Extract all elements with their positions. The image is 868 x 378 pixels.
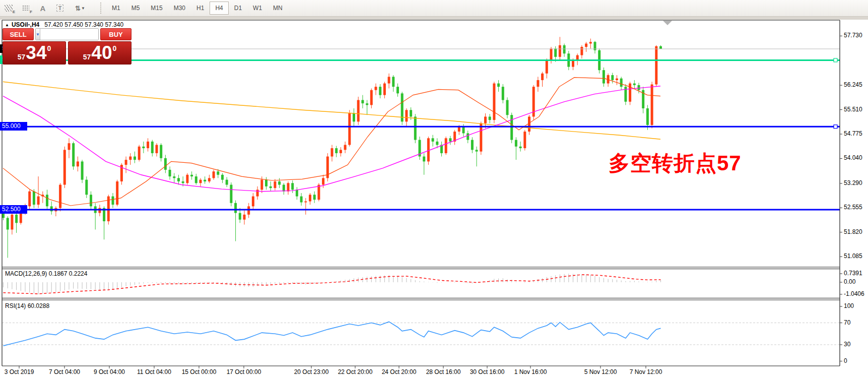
rsi-name: RSI(14) [5, 302, 26, 309]
price-axis-label: 51.820 [844, 228, 862, 235]
buy-button[interactable]: BUY [100, 28, 131, 40]
one-click-trade-panel: SELL ▼ ▲ BUY 57 34 0 57 40 0 [3, 28, 131, 65]
ask-pip-sup: 0 [112, 44, 116, 52]
time-axis-label: 24 Oct 20:00 [382, 368, 417, 375]
time-axis-label: 22 Oct 20:00 [338, 368, 373, 375]
price-axis-label: 53.290 [844, 179, 862, 186]
rsi-axis-label: 0 [844, 357, 847, 364]
time-axis-label: 7 Oct 04:00 [49, 368, 80, 375]
price-axis-label: 51.085 [844, 253, 862, 260]
volume-stepper: ▼ ▲ [35, 28, 99, 40]
rsi-label: RSI(14) 60.0288 [5, 302, 49, 309]
symbol-label: USOil-,H4 [12, 21, 39, 28]
rsi-value: 60.0288 [28, 302, 49, 309]
volume-input[interactable] [40, 29, 99, 40]
macd-name: MACD(12,26,9) [5, 270, 47, 277]
price-badge: 55.000 [0, 122, 27, 131]
macd-axis-label: 0.7391 [844, 270, 862, 277]
time-axis-label: 3 Oct 2019 [5, 368, 34, 375]
price-axis-label: 56.245 [844, 81, 862, 88]
ma-slow-orange [3, 82, 660, 139]
bid-big-digits: 34 [26, 43, 46, 63]
price-axis-label: 52.555 [844, 204, 862, 211]
chart-title: ▲USOil-,H457.420 57.450 57.340 57.340 [5, 21, 123, 28]
price-axis-label: 57.730 [844, 32, 862, 39]
bid-prefix: 57 [18, 53, 26, 61]
chart-shift-marker-icon[interactable] [663, 21, 672, 25]
price-axis-label: 55.510 [844, 106, 862, 113]
bid-price-panel[interactable]: 57 34 0 [3, 41, 66, 65]
rsi-axis-label: 70 [844, 319, 850, 326]
macd-axis-label: -1.0406 [844, 290, 864, 297]
ma-fast-red [3, 78, 660, 206]
time-axis-label: 30 Oct 16:00 [470, 368, 505, 375]
hline-55-handle-right[interactable] [834, 125, 837, 129]
ask-price-panel[interactable]: 57 40 0 [68, 41, 131, 65]
price-axis-label: 54.775 [844, 130, 862, 137]
rsi-axis-label: 30 [844, 341, 850, 348]
trading-terminal: E F A T ⇅ ▼ M1M5M15M30H1H4D1W1MN 57.7305… [0, 0, 868, 378]
volume-decrease-button[interactable]: ▼ [36, 29, 40, 40]
macd-axis-label: 0.00 [844, 278, 855, 285]
bid-pip-sup: 0 [47, 44, 51, 52]
ma-mid-magenta [3, 86, 660, 192]
chart-text-annotation[interactable]: 多空转折点57 [609, 149, 742, 177]
time-axis-label: 17 Oct 00:00 [227, 368, 261, 375]
price-axis-label: 54.040 [844, 154, 862, 161]
rsi-axis-label: 100 [844, 302, 854, 309]
sell-button[interactable]: SELL [3, 28, 34, 40]
time-axis-label: 15 Oct 00:00 [182, 368, 217, 375]
time-axis-label: 1 Nov 16:00 [514, 368, 547, 375]
time-axis-label: 5 Nov 12:00 [584, 368, 617, 375]
time-axis-label: 20 Oct 23:00 [294, 368, 329, 375]
macd-label: MACD(12,26,9) 0.1867 0.2224 [5, 270, 87, 277]
time-axis-label: 11 Oct 04:00 [137, 368, 171, 375]
ask-big-digits: 40 [91, 43, 112, 63]
ohlc-readout: 57.420 57.450 57.340 57.340 [44, 21, 123, 28]
ask-prefix: 57 [83, 53, 91, 61]
macd-values: 0.1867 0.2224 [49, 270, 88, 277]
time-axis-label: 7 Nov 12:00 [630, 368, 662, 375]
collapse-triangle-icon[interactable]: ▲ [5, 23, 9, 27]
price-badge: 52.500 [0, 205, 27, 214]
hline-57-handle-right[interactable] [834, 58, 837, 62]
time-axis-label: 28 Oct 16:00 [426, 368, 461, 375]
time-axis-label: 9 Oct 04:00 [94, 368, 125, 375]
